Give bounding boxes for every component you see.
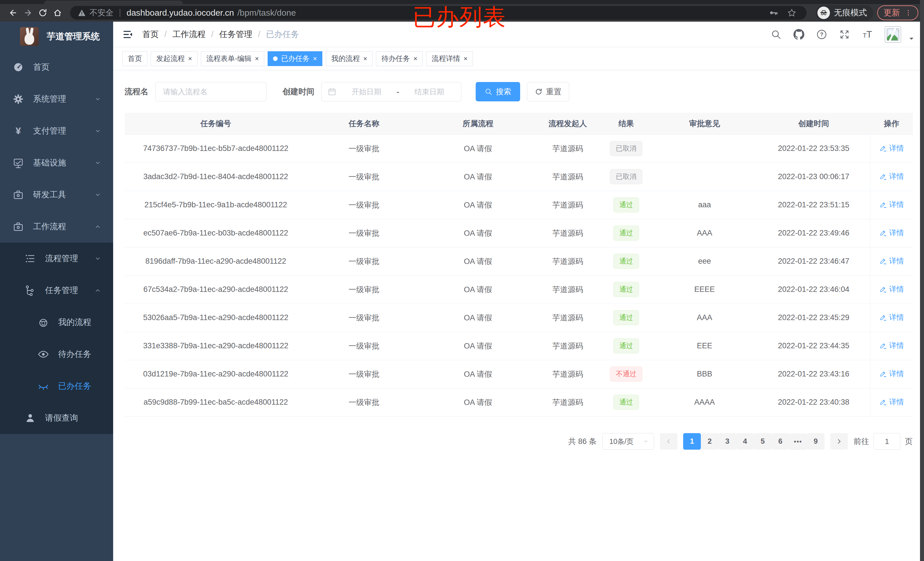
page-button[interactable]: 9 [807,433,825,450]
sidebar-item[interactable]: 请假查询 [0,402,113,434]
range-separator: - [397,87,399,96]
tab[interactable]: 发起流程 × [151,51,198,66]
breadcrumb-separator: / [211,30,213,39]
gear-icon [12,93,24,105]
fullscreen-icon[interactable] [839,29,850,40]
sidebar-item[interactable]: 任务管理 [0,275,113,307]
reload-icon[interactable] [35,5,50,20]
comment-cell: AAA [652,219,757,247]
close-icon[interactable]: × [313,55,317,62]
sidebar-logo-row[interactable]: 芋道管理系统 [0,22,113,51]
result-cell: 通过 [600,219,652,247]
created-cell: 2022-01-22 23:53:35 [757,135,870,163]
prev-page-button[interactable] [660,433,678,450]
caret-down-icon[interactable] [908,35,915,42]
forward-icon[interactable] [21,5,35,20]
sidebar-item[interactable]: 流程管理 [0,242,113,275]
action-cell: 详情 [870,388,913,416]
search-button[interactable]: 搜索 [476,82,520,102]
star-icon[interactable] [784,5,799,20]
detail-link[interactable]: 详情 [879,341,904,350]
table-header-row: 任务编号任务名称所属流程流程发起人结果审批意见创建时间操作 [124,113,913,135]
end-date-placeholder[interactable]: 结束日期 [404,87,455,97]
process-cell: OA 请假 [421,388,535,416]
close-icon[interactable]: × [413,55,417,62]
close-icon[interactable]: × [464,55,467,62]
tab[interactable]: 首页 [122,51,147,66]
page-button[interactable]: 1 [683,433,701,450]
goto-page: 前往 页 [854,433,913,450]
sidebar-collapse-icon[interactable] [122,29,134,40]
sidebar-item[interactable]: 研发工具 [0,179,113,211]
back-icon[interactable] [6,5,21,20]
tab[interactable]: 已办任务 × [268,51,322,66]
page-button[interactable]: 5 [754,433,771,450]
tab[interactable]: 流程详情 × [426,51,473,66]
font-size-icon[interactable]: TT [862,29,873,40]
breadcrumb-item[interactable]: 已办任务 [266,29,299,40]
window-scrollbar[interactable] [920,0,924,561]
security-label: 不安全 [90,7,113,18]
reset-button[interactable]: 重置 [527,82,569,102]
warning-icon[interactable] [78,9,86,17]
page-button[interactable]: 6 [771,433,789,450]
detail-link[interactable]: 详情 [879,397,904,407]
yen-icon: ¥ [12,125,24,137]
page-button[interactable]: 3 [718,433,736,450]
update-button[interactable]: 更新 [877,5,918,20]
table-row: 3adac3d2-7b9d-11ec-8404-acde48001122 一级审… [124,163,913,191]
detail-link[interactable]: 详情 [879,171,904,181]
goto-page-input[interactable] [873,433,900,450]
sidebar-item[interactable]: 已办任务 [0,370,113,402]
breadcrumb-item[interactable]: 任务管理 [219,29,252,40]
search-icon[interactable] [771,29,782,40]
url-host: dashboard.yudao.iocoder.cn [126,8,234,18]
sidebar-item[interactable]: 待办任务 [0,338,113,370]
starter-cell: 芋道源码 [535,332,600,360]
key-icon[interactable] [766,5,781,20]
sidebar-item[interactable]: 基础设施 [0,147,113,179]
breadcrumb-item[interactable]: 首页 [142,29,159,40]
task-id-cell: ec507ae6-7b9a-11ec-b03b-acde48001122 [124,219,307,247]
eye-open-icon [37,348,50,361]
sidebar-item[interactable]: ¥ 支付管理 [0,115,113,147]
tab[interactable]: 流程表单-编辑 × [201,51,264,66]
sidebar-item[interactable]: 系统管理 [0,83,113,115]
sidebar-item[interactable]: 我的流程 [0,307,113,338]
detail-link[interactable]: 详情 [879,313,904,322]
process-name-input[interactable] [155,82,267,102]
home-icon[interactable] [50,5,65,20]
avatar[interactable] [885,26,901,43]
date-range-picker[interactable]: 开始日期 - 结束日期 [321,82,461,102]
comment-cell: AAA [652,304,757,332]
page-button[interactable]: 2 [701,433,718,450]
sidebar-item[interactable]: 工作流程 [0,211,113,242]
tab[interactable]: 我的流程 × [326,51,372,66]
detail-link[interactable]: 详情 [879,228,904,238]
page-size-select[interactable]: 10条/页 [602,433,654,450]
page-button[interactable]: ••• [789,434,807,450]
help-icon[interactable]: ? [816,29,827,40]
menu-dots-icon[interactable] [904,9,912,16]
detail-link[interactable]: 详情 [879,200,904,209]
detail-link[interactable]: 详情 [879,256,904,266]
result-cell: 已取消 [600,163,652,191]
broken-image-icon [886,27,900,42]
breadcrumb-item[interactable]: 工作流程 [172,29,206,40]
refresh-icon [535,88,543,96]
close-icon[interactable]: × [188,55,192,62]
detail-link[interactable]: 详情 [879,284,904,294]
sidebar-item[interactable]: 首页 [0,51,113,83]
tab[interactable]: 待办任务 × [376,51,423,66]
github-icon[interactable] [794,29,804,40]
detail-link[interactable]: 详情 [879,143,904,153]
close-icon[interactable]: × [255,55,259,62]
start-date-placeholder[interactable]: 开始日期 [341,87,392,97]
detail-link[interactable]: 详情 [879,369,904,379]
page-button[interactable]: 4 [736,433,754,450]
task-id-cell: 331e3388-7b9a-11ec-a290-acde48001122 [124,332,307,360]
next-page-button[interactable] [830,433,848,450]
browser-active-tab[interactable] [44,1,183,4]
close-icon[interactable]: × [363,55,367,62]
comment-cell: EEE [652,332,757,360]
